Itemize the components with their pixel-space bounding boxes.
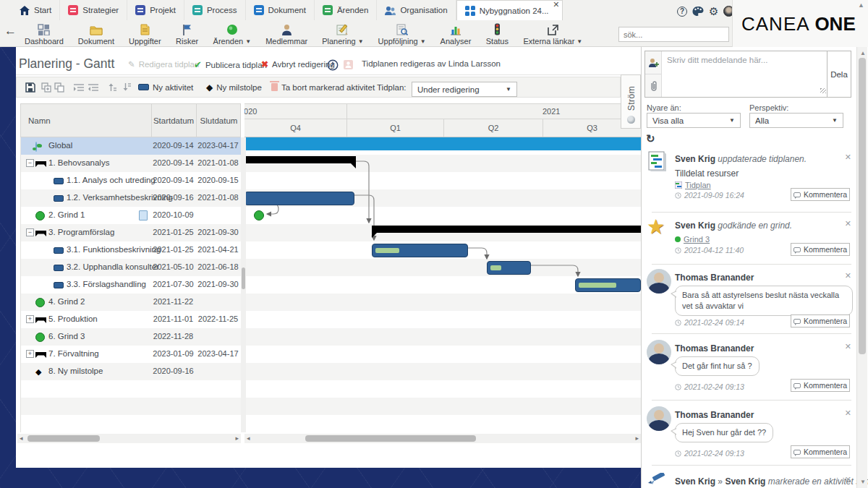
scroll-left-icon[interactable]: ◂ bbox=[247, 435, 250, 442]
table-hscrollbar[interactable]: ◂ ▸ bbox=[17, 434, 241, 443]
copy-button[interactable] bbox=[54, 77, 65, 97]
tab-strategier[interactable]: Strategier bbox=[60, 0, 127, 20]
table-row-global[interactable]: Global 2020-09-14 2023-04-17 bbox=[21, 137, 242, 155]
table-row[interactable]: 3.1. Funktionsbeskrivning 2021-01-25 202… bbox=[21, 241, 242, 259]
expand-toggle[interactable]: − bbox=[26, 159, 34, 167]
scrollbar-thumb[interactable] bbox=[305, 435, 476, 442]
gantt-bar-task[interactable] bbox=[372, 244, 468, 257]
nav-status[interactable]: Status bbox=[478, 22, 516, 46]
indent-button[interactable] bbox=[73, 77, 85, 97]
copy-add-button[interactable] bbox=[41, 77, 52, 97]
move-down-button[interactable] bbox=[121, 77, 131, 97]
scrollbar-thumb[interactable] bbox=[859, 58, 866, 354]
nav-dokument[interactable]: Dokument bbox=[71, 22, 122, 46]
nav-uppfoljning[interactable]: Uppföljning▼ bbox=[371, 22, 433, 46]
tab-projekt[interactable]: Projekt bbox=[127, 0, 184, 20]
help-icon[interactable]: ? bbox=[677, 7, 687, 17]
search-input[interactable] bbox=[619, 30, 731, 39]
publish-plan-button[interactable]: ✔ Publicera tidplan bbox=[194, 59, 267, 70]
close-icon[interactable]: ✕ bbox=[845, 408, 851, 418]
column-namn[interactable]: Namn bbox=[28, 104, 51, 137]
close-icon[interactable]: ✕ bbox=[845, 219, 851, 228]
nav-planering[interactable]: Planering▼ bbox=[315, 22, 370, 46]
note-icon[interactable] bbox=[139, 210, 148, 221]
grind-link[interactable]: Grind 3 bbox=[675, 235, 710, 244]
mention-user-button[interactable] bbox=[645, 51, 661, 74]
expand-toggle[interactable]: + bbox=[26, 315, 34, 323]
gantt-bar-grind[interactable] bbox=[254, 210, 264, 221]
vertical-scrollbar[interactable] bbox=[241, 137, 246, 432]
nav-arenden[interactable]: Ärenden▼ bbox=[206, 22, 259, 46]
table-row[interactable]: 4. Grind 2 2021-11-22 bbox=[21, 294, 242, 311]
tab-arenden[interactable]: Ärenden bbox=[315, 0, 377, 20]
feed-scrollbar[interactable]: ▲ ▼ bbox=[856, 47, 867, 488]
comment-button[interactable]: Kommentera bbox=[791, 188, 850, 201]
tab-start[interactable]: Start bbox=[12, 0, 60, 20]
save-button[interactable] bbox=[25, 77, 35, 97]
table-row[interactable]: 3.3. Förslagshandling 2021-07-30 2021-09… bbox=[21, 276, 242, 294]
table-row[interactable]: ◆ 8. Ny milstolpe 2020-09-16 bbox=[21, 363, 242, 380]
outdent-button[interactable] bbox=[88, 77, 99, 97]
export-user-button[interactable] bbox=[343, 59, 354, 70]
nav-externa-lankar[interactable]: Externa länkar▼ bbox=[516, 22, 590, 46]
nav-dashboard[interactable]: Dashboard bbox=[17, 22, 71, 46]
column-slutdatum[interactable]: Slutdatum bbox=[196, 104, 241, 137]
nav-analyser[interactable]: Analyser bbox=[433, 22, 479, 46]
gantt-bar-global[interactable] bbox=[244, 137, 641, 150]
new-activity-button[interactable]: Ny aktivitet bbox=[138, 77, 193, 97]
scrollbar-thumb[interactable] bbox=[27, 435, 100, 442]
gantt-bar-summary-start[interactable] bbox=[372, 226, 641, 233]
move-up-button[interactable] bbox=[106, 77, 116, 97]
message-input[interactable] bbox=[662, 51, 827, 97]
table-row[interactable]: − 3. Programförslag 2021-01-25 2021-09-3… bbox=[21, 224, 242, 241]
nav-uppgifter[interactable]: Uppgifter bbox=[122, 22, 169, 46]
table-row[interactable]: + 7. Förvaltning 2023-01-09 2023-04-17 bbox=[21, 346, 242, 363]
table-row[interactable]: 1.1. Analys och utreding 2020-09-14 2020… bbox=[21, 172, 242, 189]
resize-grip[interactable] bbox=[820, 88, 826, 93]
table-row[interactable]: + 5. Produktion 2021-11-01 2022-11-25 bbox=[21, 311, 242, 328]
back-arrow-icon[interactable]: ← bbox=[4, 24, 17, 38]
refresh-icon[interactable]: ↻ bbox=[646, 132, 655, 145]
tab-dokument[interactable]: Dokument bbox=[246, 0, 315, 20]
stream-side-tab[interactable]: Ström bbox=[621, 74, 641, 129]
attach-file-button[interactable] bbox=[645, 74, 661, 97]
edit-plan-button[interactable]: ✎ Redigera tidplan bbox=[128, 59, 199, 69]
comment-button[interactable]: Kommentera bbox=[791, 243, 850, 256]
tidplan-link[interactable]: Tidplan bbox=[675, 181, 711, 189]
gantt-bar-task[interactable] bbox=[487, 261, 531, 275]
table-row[interactable]: 1.2. Verksamhetsbeskrivning 2020-09-16 2… bbox=[21, 189, 242, 207]
nav-risker[interactable]: Risker bbox=[169, 22, 206, 46]
comment-button[interactable]: Kommentera bbox=[791, 379, 850, 392]
gantt-bar-summary-end[interactable] bbox=[244, 156, 356, 163]
scroll-left-icon[interactable]: ◂ bbox=[20, 435, 23, 442]
table-row[interactable]: 2. Grind 1 2020-10-09 bbox=[21, 207, 242, 224]
collapse-arrow-icon[interactable]: ▲ bbox=[858, 1, 864, 9]
tab-process[interactable]: Process bbox=[184, 0, 246, 20]
gear-icon[interactable]: ⚙ bbox=[709, 6, 718, 17]
column-startdatum[interactable]: Startdatum bbox=[151, 104, 195, 137]
new-milestone-button[interactable]: ◆ Ny milstolpe bbox=[206, 77, 262, 97]
tab-organisation[interactable]: Organisation bbox=[377, 0, 456, 20]
gantt-bar-task[interactable] bbox=[244, 192, 354, 205]
nav-medlemmar[interactable]: Medlemmar bbox=[258, 22, 315, 46]
delete-activity-button[interactable]: Ta bort markerad aktivitet bbox=[271, 77, 375, 97]
scrollbar-thumb[interactable] bbox=[242, 267, 245, 289]
close-icon[interactable]: ✕ bbox=[845, 271, 851, 281]
close-icon[interactable]: ✕ bbox=[845, 153, 851, 162]
close-tab-icon[interactable]: ✕ bbox=[553, 1, 559, 9]
gantt-bar-task[interactable] bbox=[575, 278, 641, 292]
scroll-right-icon[interactable]: ▸ bbox=[635, 435, 639, 442]
scroll-right-icon[interactable]: ▸ bbox=[235, 435, 239, 442]
gantt-hscrollbar[interactable]: ◂ ▸ bbox=[244, 434, 641, 443]
newer-than-dropdown[interactable]: Visa alla▼ bbox=[647, 113, 741, 128]
perspective-dropdown[interactable]: Alla▼ bbox=[749, 113, 843, 128]
scroll-down-icon[interactable]: ▼ bbox=[860, 479, 866, 485]
scroll-up-icon[interactable]: ▲ bbox=[860, 50, 866, 56]
table-row[interactable]: 3.2. Upphandla konsulter 2021-05-10 2021… bbox=[21, 259, 242, 276]
history-button[interactable] bbox=[327, 59, 339, 71]
cancel-edit-button[interactable]: ✖ Avbryt redigering bbox=[261, 59, 335, 69]
comment-button[interactable]: Kommentera bbox=[791, 314, 850, 328]
close-icon[interactable]: ✕ bbox=[845, 475, 851, 484]
expand-toggle[interactable]: + bbox=[26, 350, 34, 358]
palette-icon[interactable] bbox=[692, 6, 704, 17]
